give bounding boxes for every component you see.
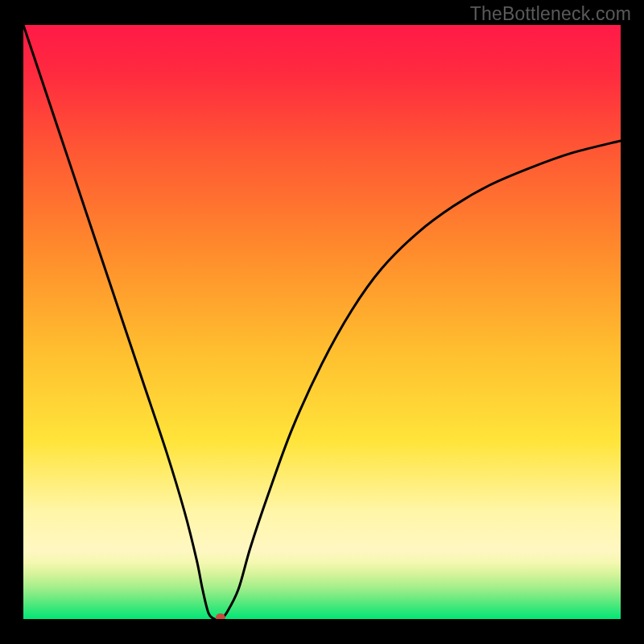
plot-area: [23, 25, 621, 619]
watermark-text: TheBottleneck.com: [470, 3, 631, 25]
chart-frame: TheBottleneck.com: [0, 0, 644, 644]
chart-svg: [23, 25, 621, 619]
plot-background: [23, 25, 621, 619]
